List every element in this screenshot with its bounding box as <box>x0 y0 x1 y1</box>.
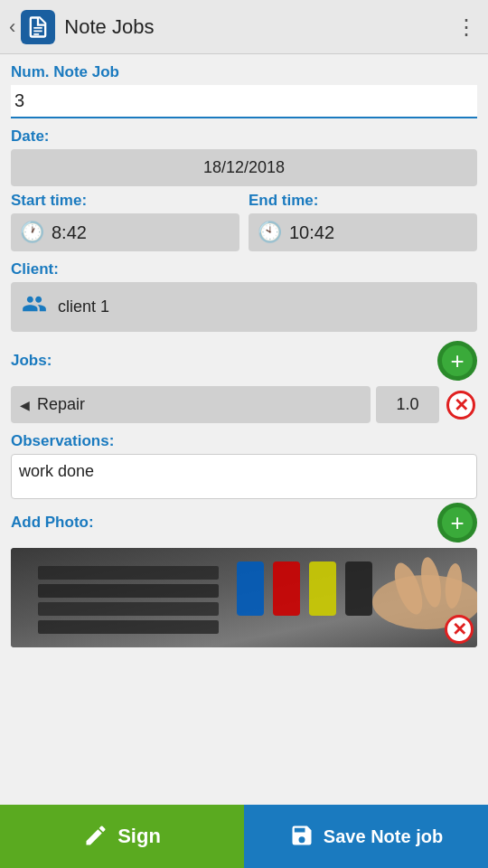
svg-rect-1 <box>38 566 219 580</box>
app-header: ‹ Note Jobs ⋮ <box>0 0 488 54</box>
job-name-value: Repair <box>37 395 85 414</box>
job-arrow-icon: ◀ <box>20 398 30 412</box>
end-time-group: End time: 🕙 10:42 <box>249 192 477 251</box>
jobs-header: Jobs: + <box>11 341 477 381</box>
overflow-menu-button[interactable]: ⋮ <box>455 14 479 40</box>
logo-icon <box>25 14 51 40</box>
start-time-label: Start time: <box>11 192 239 210</box>
photo-svg <box>11 548 477 647</box>
end-time-picker[interactable]: 🕙 10:42 <box>249 213 477 251</box>
add-job-icon: + <box>442 345 473 376</box>
client-icon <box>22 291 47 323</box>
add-job-button[interactable]: + <box>437 341 477 381</box>
clock-icon-start: 🕐 <box>20 221 44 244</box>
time-row: Start time: 🕐 8:42 End time: 🕙 10:42 <box>11 192 477 251</box>
svg-rect-7 <box>309 561 336 616</box>
delete-photo-button[interactable]: ✕ <box>445 615 474 644</box>
svg-rect-8 <box>345 561 372 616</box>
photo-preview: ✕ <box>11 548 477 647</box>
start-time-picker[interactable]: 🕐 8:42 <box>11 213 239 251</box>
num-note-job-input[interactable] <box>11 85 477 118</box>
observations-input[interactable]: work done <box>11 454 477 499</box>
add-photo-icon: + <box>442 507 473 538</box>
save-button[interactable]: Save Note job <box>244 805 488 868</box>
svg-rect-3 <box>38 602 219 616</box>
pencil-icon <box>83 823 108 851</box>
svg-rect-5 <box>237 561 264 616</box>
add-photo-button[interactable]: + <box>437 503 477 542</box>
end-time-label: End time: <box>249 192 477 210</box>
svg-rect-6 <box>273 561 300 616</box>
date-label: Date: <box>11 127 477 146</box>
num-note-job-label: Num. Note Job <box>11 63 477 81</box>
date-picker-button[interactable]: 18/12/2018 <box>11 149 477 186</box>
sign-button[interactable]: Sign <box>0 805 244 868</box>
svg-rect-2 <box>38 584 219 598</box>
page-title: Note Jobs <box>64 15 455 39</box>
end-time-value: 10:42 <box>289 222 334 243</box>
delete-photo-icon: ✕ <box>445 615 474 644</box>
add-photo-section: Add Photo: + <box>11 503 477 542</box>
job-row: ◀ Repair 1.0 ✕ <box>11 386 477 423</box>
bottom-action-bar: Sign Save Note job <box>0 805 488 868</box>
delete-job-button[interactable]: ✕ <box>445 389 477 421</box>
observations-label: Observations: <box>11 432 477 450</box>
start-time-value: 8:42 <box>52 222 87 243</box>
delete-job-icon: ✕ <box>446 391 475 420</box>
start-time-group: Start time: 🕐 8:42 <box>11 192 239 251</box>
client-name-value: client 1 <box>58 297 109 316</box>
client-label: Client: <box>11 260 477 278</box>
back-button[interactable]: ‹ <box>9 15 15 39</box>
jobs-label: Jobs: <box>11 352 437 370</box>
add-photo-label: Add Photo: <box>11 514 437 532</box>
photo-image <box>11 548 477 647</box>
sign-button-label: Sign <box>117 825 161 848</box>
app-logo <box>21 10 55 44</box>
client-picker[interactable]: client 1 <box>11 282 477 332</box>
save-icon <box>289 823 314 851</box>
save-button-label: Save Note job <box>324 826 443 847</box>
job-type-picker[interactable]: ◀ Repair <box>11 386 371 423</box>
job-quantity[interactable]: 1.0 <box>376 386 439 423</box>
svg-rect-4 <box>38 620 219 634</box>
form-content: Num. Note Job Date: 18/12/2018 Start tim… <box>0 54 488 805</box>
clock-icon-end: 🕙 <box>258 221 282 244</box>
